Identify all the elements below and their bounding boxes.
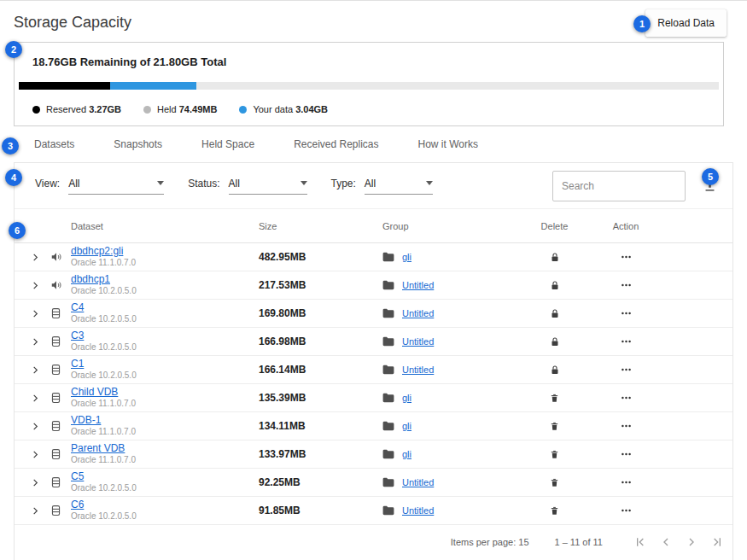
more-actions-icon[interactable]	[591, 505, 661, 516]
expand-chevron-icon[interactable]	[23, 281, 47, 290]
lock-icon[interactable]	[518, 308, 591, 319]
legend-item-held: Held 74.49MB	[143, 104, 217, 114]
paginator: Items per page: 15 1 – 11 of 11	[15, 525, 732, 560]
tab-held-space[interactable]: Held Space	[201, 138, 254, 150]
group-link[interactable]: Untitled	[402, 337, 434, 347]
lock-icon[interactable]	[518, 280, 591, 291]
lock-icon[interactable]	[518, 365, 591, 376]
trash-icon[interactable]	[518, 449, 591, 460]
more-actions-icon[interactable]	[591, 392, 661, 404]
dataset-link[interactable]: C6	[71, 499, 259, 511]
group-link[interactable]: Untitled	[402, 478, 434, 487]
group-link[interactable]: Untitled	[402, 309, 434, 318]
more-actions-icon[interactable]	[591, 420, 661, 432]
dataset-subtitle: Oracle 11.1.0.7.0	[71, 427, 259, 437]
legend-item-your-data: Your data 3.04GB	[239, 104, 328, 114]
search-input[interactable]	[552, 171, 686, 201]
dataset-subtitle: Oracle 10.2.0.5.0	[71, 483, 259, 493]
expand-chevron-icon[interactable]	[23, 422, 47, 431]
more-actions-icon[interactable]	[591, 279, 661, 291]
lock-icon[interactable]	[518, 336, 591, 347]
group-link[interactable]: gli	[402, 394, 411, 403]
tab-received-replicas[interactable]: Received Replicas	[294, 138, 378, 150]
group-link[interactable]: Untitled	[402, 365, 434, 375]
dataset-link[interactable]: dbdhcp1	[71, 274, 259, 286]
expand-chevron-icon[interactable]	[23, 365, 47, 375]
vdb-icon	[47, 505, 71, 516]
status-filter-select[interactable]: All	[229, 178, 307, 195]
more-actions-icon[interactable]	[591, 251, 661, 263]
next-page-icon[interactable]	[685, 535, 698, 549]
more-actions-icon[interactable]	[591, 364, 661, 376]
vdb-icon	[47, 392, 71, 404]
dsource-icon	[47, 251, 71, 263]
dataset-size: 166.14MB	[259, 365, 382, 375]
trash-icon[interactable]	[518, 505, 591, 516]
expand-chevron-icon[interactable]	[23, 337, 47, 347]
dataset-link[interactable]: C4	[71, 302, 259, 314]
more-actions-icon[interactable]	[591, 448, 661, 460]
your-data-bar-segment	[110, 82, 197, 90]
lock-icon[interactable]	[518, 252, 591, 263]
vdb-icon	[47, 364, 71, 376]
your-data-dot-icon	[239, 106, 247, 114]
dataset-link[interactable]: dbdhcp2:gli	[71, 246, 259, 258]
dataset-link[interactable]: C5	[71, 471, 259, 483]
table-body: dbdhcp2:gliOracle 11.1.0.7.0482.95MBglid…	[15, 243, 732, 525]
expand-chevron-icon[interactable]	[23, 394, 47, 403]
group-link[interactable]: gli	[402, 422, 411, 431]
folder-icon	[382, 477, 394, 487]
expand-chevron-icon[interactable]	[23, 450, 47, 459]
view-filter-select[interactable]: All	[68, 178, 164, 195]
expand-chevron-icon[interactable]	[23, 478, 47, 487]
dataset-link[interactable]: Parent VDB	[71, 443, 259, 455]
tab-how-it-works[interactable]: How it Works	[418, 138, 478, 150]
chevron-down-icon	[301, 181, 307, 185]
expand-chevron-icon[interactable]	[23, 253, 47, 262]
table-row: Parent VDBOracle 11.1.0.7.0133.97MBgli	[15, 440, 732, 469]
trash-icon[interactable]	[518, 477, 591, 488]
folder-icon	[382, 365, 394, 375]
column-size: Size	[259, 221, 382, 231]
chevron-down-icon	[157, 181, 164, 185]
expand-chevron-icon[interactable]	[23, 506, 47, 516]
capacity-bar	[19, 82, 719, 90]
legend-item-reserved: Reserved 3.27GB	[32, 104, 121, 114]
folder-icon	[382, 421, 394, 431]
dataset-link[interactable]: C1	[71, 359, 259, 370]
expand-chevron-icon[interactable]	[23, 309, 47, 318]
group-link[interactable]: Untitled	[402, 281, 434, 290]
tab-datasets[interactable]: Datasets	[34, 138, 74, 150]
group-link[interactable]: gli	[402, 253, 411, 262]
previous-page-icon[interactable]	[659, 535, 673, 549]
column-action: Action	[591, 221, 661, 231]
items-per-page-value[interactable]: 15	[518, 537, 528, 547]
trash-icon[interactable]	[518, 393, 591, 404]
dataset-link[interactable]: VDB-1	[71, 415, 259, 427]
capacity-summary: 18.76GB Remaining of 21.80GB Total	[32, 55, 705, 68]
reload-data-button[interactable]: Reload Data	[645, 9, 727, 37]
more-actions-icon[interactable]	[591, 476, 661, 488]
dataset-subtitle: Oracle 11.1.0.7.0	[71, 258, 259, 268]
dataset-size: 91.85MB	[259, 505, 382, 516]
group-link[interactable]: gli	[402, 450, 411, 459]
more-actions-icon[interactable]	[591, 307, 661, 319]
dataset-size: 482.95MB	[259, 252, 382, 262]
tab-bar: Datasets Snapshots Held Space Received R…	[0, 126, 747, 162]
more-actions-icon[interactable]	[591, 335, 661, 347]
dataset-link[interactable]: C3	[71, 330, 259, 342]
first-page-icon[interactable]	[633, 535, 647, 549]
dataset-link[interactable]: Child VDB	[71, 387, 259, 399]
vdb-icon	[47, 448, 71, 460]
table-row: C3Oracle 10.2.0.5.0166.98MBUntitled	[15, 328, 732, 356]
dataset-subtitle: Oracle 10.2.0.5.0	[71, 286, 259, 296]
tab-snapshots[interactable]: Snapshots	[114, 138, 162, 150]
trash-icon[interactable]	[518, 421, 591, 432]
last-page-icon[interactable]	[710, 535, 724, 549]
folder-icon	[382, 280, 394, 290]
type-filter-select[interactable]: All	[365, 178, 433, 195]
table-row: C5Oracle 10.2.0.5.092.25MBUntitled	[15, 469, 732, 497]
dataset-size: 217.53MB	[259, 280, 382, 290]
capacity-card: 18.76GB Remaining of 21.80GB Total Reser…	[14, 42, 724, 126]
group-link[interactable]: Untitled	[402, 506, 434, 516]
